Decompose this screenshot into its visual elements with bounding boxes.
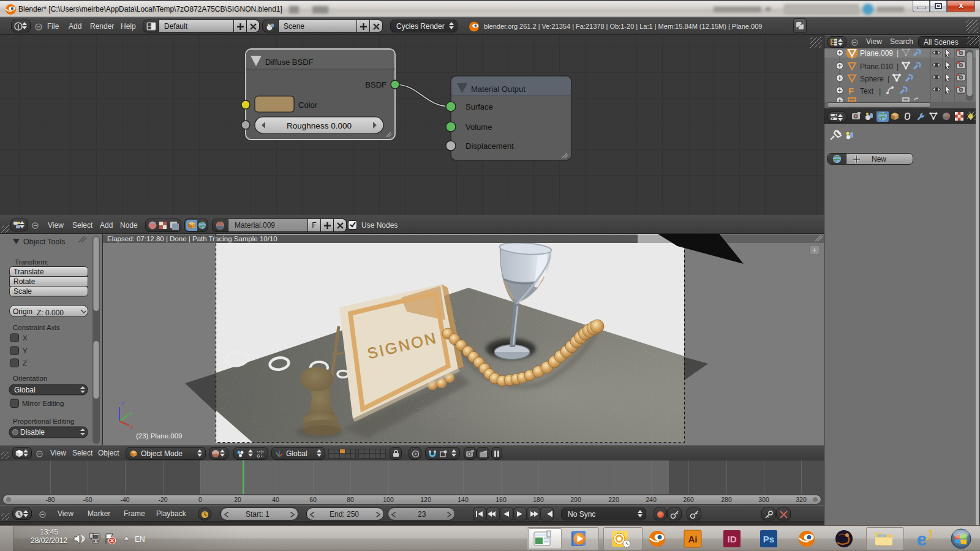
svg-text:160: 160 bbox=[496, 496, 507, 503]
svg-text:320: 320 bbox=[796, 496, 807, 503]
svg-text:+: + bbox=[813, 247, 816, 253]
svg-text:Global: Global bbox=[14, 386, 36, 394]
svg-text:220: 220 bbox=[608, 496, 619, 503]
svg-text:Color: Color bbox=[298, 100, 318, 110]
svg-text:Surface: Surface bbox=[466, 102, 493, 111]
svg-text:F: F bbox=[848, 86, 854, 96]
svg-text:Transform:: Transform: bbox=[15, 258, 48, 266]
svg-text:y: y bbox=[129, 410, 132, 416]
svg-text:Origin: Origin bbox=[13, 307, 32, 316]
svg-text:Plane.010: Plane.010 bbox=[860, 62, 893, 71]
svg-text:Disable: Disable bbox=[20, 428, 45, 437]
svg-text:100: 100 bbox=[383, 496, 394, 503]
svg-text:Scale: Scale bbox=[13, 287, 32, 296]
svg-text:0: 0 bbox=[198, 496, 202, 503]
svg-text:Plane.009: Plane.009 bbox=[860, 49, 893, 58]
svg-text:40: 40 bbox=[272, 496, 279, 503]
svg-text:X: X bbox=[23, 334, 28, 342]
svg-text:Z: Z bbox=[23, 359, 27, 367]
svg-text:Sphere: Sphere bbox=[860, 75, 884, 83]
svg-text:Constraint Axis: Constraint Axis bbox=[13, 324, 60, 331]
svg-text:Proportional Editing: Proportional Editing bbox=[13, 418, 74, 425]
svg-text:260: 260 bbox=[683, 496, 694, 503]
svg-text:z: z bbox=[121, 400, 124, 407]
svg-text:Material Output: Material Output bbox=[471, 84, 526, 94]
svg-text:280: 280 bbox=[721, 496, 732, 503]
svg-text:Mirror Editing: Mirror Editing bbox=[22, 400, 64, 407]
svg-text:Y: Y bbox=[23, 347, 28, 354]
svg-text:80: 80 bbox=[347, 496, 354, 503]
svg-text:Elapsed: 07:12.80 | Done | Pat: Elapsed: 07:12.80 | Done | Path Tracing … bbox=[107, 235, 277, 242]
svg-text:Roughness 0.000: Roughness 0.000 bbox=[287, 121, 352, 130]
svg-text:Ps: Ps bbox=[763, 534, 774, 544]
svg-text:Ai: Ai bbox=[688, 534, 698, 544]
svg-text:60: 60 bbox=[309, 496, 317, 503]
svg-text:Z: 0.000: Z: 0.000 bbox=[37, 309, 64, 317]
svg-text:180: 180 bbox=[533, 496, 544, 503]
svg-text:Translate: Translate bbox=[13, 268, 44, 276]
svg-text:BSDF: BSDF bbox=[365, 80, 386, 89]
svg-text:e: e bbox=[917, 529, 927, 549]
svg-text:Volume: Volume bbox=[466, 122, 492, 132]
svg-text:(23) Plane.009: (23) Plane.009 bbox=[136, 432, 182, 440]
svg-text:120: 120 bbox=[420, 496, 431, 503]
svg-text:-60: -60 bbox=[83, 496, 92, 503]
svg-text:|: | bbox=[879, 87, 881, 96]
svg-text:300: 300 bbox=[758, 496, 769, 503]
svg-text:EN: EN bbox=[135, 535, 145, 544]
svg-text:200: 200 bbox=[570, 496, 581, 503]
svg-text:i: i bbox=[18, 23, 20, 30]
svg-text:140: 140 bbox=[458, 496, 469, 503]
svg-text:|: | bbox=[897, 49, 899, 58]
svg-text:ID: ID bbox=[728, 534, 737, 544]
svg-text:-40: -40 bbox=[120, 496, 129, 503]
svg-text:20: 20 bbox=[234, 496, 241, 503]
svg-text:-80: -80 bbox=[45, 496, 55, 503]
svg-text:Rotate: Rotate bbox=[13, 277, 36, 286]
svg-text:Diffuse BSDF: Diffuse BSDF bbox=[265, 58, 314, 67]
svg-text:|: | bbox=[897, 62, 899, 71]
svg-text:Orientation: Orientation bbox=[13, 375, 47, 382]
svg-text:-20: -20 bbox=[158, 496, 167, 503]
svg-text:Displacement: Displacement bbox=[466, 141, 514, 151]
svg-text:240: 240 bbox=[646, 496, 657, 503]
svg-text:|: | bbox=[888, 75, 889, 83]
svg-text:Text: Text bbox=[860, 87, 874, 96]
svg-text:x: x bbox=[130, 424, 134, 430]
svg-text:Object Tools: Object Tools bbox=[23, 238, 66, 246]
